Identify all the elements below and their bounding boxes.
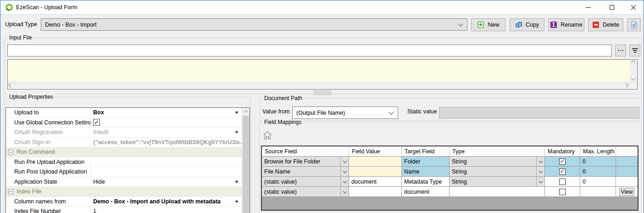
splitter-handle[interactable] <box>313 90 332 95</box>
fm-header-cell: Max. Length <box>580 146 616 157</box>
delete-button[interactable]: Delete <box>588 18 623 31</box>
filter-button[interactable] <box>629 45 640 56</box>
rename-button[interactable]: Rename <box>548 18 584 31</box>
chevron-down-icon[interactable] <box>340 187 349 196</box>
maximize-button[interactable] <box>601 0 622 14</box>
fm-cell-target[interactable]: Name <box>402 167 450 177</box>
fm-cell-mandatory[interactable] <box>545 167 580 177</box>
horizontal-scrollbar[interactable] <box>8 81 629 89</box>
fm-cell-max-length[interactable]: 0 <box>580 167 616 177</box>
fm-cell-field-value[interactable] <box>349 187 402 197</box>
static-value-field <box>439 107 639 118</box>
property-row[interactable]: Index File Number1 <box>6 207 242 213</box>
chevron-down-icon[interactable] <box>340 177 349 186</box>
property-name: Use Global Connection Settings <box>6 118 91 128</box>
fm-cell-max-length[interactable]: 0 <box>580 157 616 167</box>
collapse-icon[interactable] <box>8 189 13 194</box>
fm-header-cell: Source Field <box>262 146 349 157</box>
property-value[interactable] <box>91 118 242 128</box>
fm-cell-max-length[interactable]: 0 <box>580 177 616 187</box>
fm-cell-source[interactable]: (static value) <box>262 177 349 187</box>
property-value[interactable]: 1 <box>91 207 242 213</box>
chevron-down-icon[interactable] <box>340 167 349 176</box>
value-from-select[interactable]: (Output File Name) <box>292 106 398 119</box>
chevron-down-icon[interactable] <box>340 157 349 166</box>
property-row[interactable]: Column names fromDemo - Box - Import and… <box>6 197 242 207</box>
chevron-down-icon <box>458 21 463 26</box>
notes-button[interactable] <box>627 18 641 31</box>
scroll-up-icon[interactable] <box>631 61 636 65</box>
fm-header-row: Source FieldField ValueTarget FieldTypeM… <box>262 146 638 157</box>
fm-cell-type[interactable]: String <box>450 167 545 177</box>
grid-scrollbar[interactable] <box>242 108 250 213</box>
fm-cell-source[interactable]: File Name <box>262 167 349 177</box>
chevron-down-icon[interactable] <box>536 177 544 186</box>
property-value[interactable] <box>91 167 242 177</box>
copy-button[interactable]: Copy <box>510 18 544 31</box>
filter-icon <box>632 48 638 53</box>
checkbox[interactable] <box>559 189 566 195</box>
input-preview-area[interactable] <box>8 60 629 81</box>
property-group-row[interactable]: Run Command <box>6 147 242 157</box>
property-row[interactable]: Run Pre Upload Application <box>6 157 242 168</box>
property-value[interactable]: Demo - Box - Import and Upload with meta… <box>91 197 242 207</box>
dropdown-arrow-icon[interactable] <box>235 201 239 203</box>
view-button[interactable]: View <box>619 188 634 196</box>
checkbox[interactable] <box>559 168 566 175</box>
dropdown-arrow-icon[interactable] <box>235 181 239 183</box>
property-value[interactable]: Inbuilt <box>91 128 242 137</box>
fm-cell-mandatory[interactable] <box>545 177 580 187</box>
property-value[interactable]: Hide <box>91 177 242 187</box>
checkbox[interactable] <box>93 119 100 126</box>
scroll-down-icon[interactable] <box>631 76 636 81</box>
close-button[interactable] <box>623 0 644 14</box>
property-row[interactable]: OAuth Sign-In{"access_token":"vvjT9nVTrp… <box>6 138 242 148</box>
fm-cell-field-value[interactable] <box>349 167 402 177</box>
collapse-icon[interactable] <box>8 150 13 155</box>
property-row[interactable]: Upload toBox <box>6 108 242 118</box>
checkbox[interactable] <box>559 179 566 185</box>
vertical-scrollbar[interactable] <box>629 60 637 81</box>
dropdown-arrow-icon[interactable] <box>235 112 239 114</box>
home-button[interactable] <box>261 130 273 142</box>
upload-type-select[interactable]: Demo - Box - Import <box>41 18 467 31</box>
fm-cell-type[interactable]: String <box>450 157 545 167</box>
dropdown-arrow-icon[interactable] <box>235 131 239 134</box>
ezescan-logo-icon <box>5 3 13 11</box>
fm-cell-target[interactable]: Folder <box>402 157 450 167</box>
delete-icon <box>592 21 600 28</box>
chevron-down-icon[interactable] <box>536 157 544 166</box>
checkbox[interactable] <box>559 158 566 165</box>
property-row[interactable]: Application StateHide <box>6 177 242 187</box>
fm-cell-field-value[interactable]: document <box>349 177 402 187</box>
property-row[interactable]: Use Global Connection Settings <box>6 118 242 128</box>
scroll-left-icon[interactable] <box>9 83 13 88</box>
property-value[interactable]: {"access_token":"vvjT9nVTrpdWtbBS6QKg5YY… <box>91 138 242 147</box>
property-value[interactable]: Box <box>91 108 242 118</box>
scroll-right-icon[interactable] <box>624 83 629 88</box>
fm-cell-field-value[interactable] <box>349 157 402 167</box>
browse-button[interactable] <box>615 45 626 56</box>
fm-cell-target[interactable]: document <box>402 187 450 197</box>
chevron-down-icon[interactable] <box>536 167 544 176</box>
fm-cell-mandatory[interactable] <box>545 187 580 197</box>
fm-cell-target[interactable]: Metadata Type <box>402 177 450 187</box>
fm-cell-mandatory[interactable] <box>545 157 580 167</box>
property-row[interactable]: OAuth RegistrationInbuilt <box>6 128 242 138</box>
input-file-field[interactable] <box>7 45 612 56</box>
fm-cell-source[interactable]: (static value) <box>262 187 349 197</box>
scrollbar-thumb[interactable] <box>243 116 249 213</box>
ezescan-upload-form-window: EzeScan - Upload Form Upload Type Demo -… <box>0 0 644 213</box>
fm-cell-source[interactable]: Browse for File Folder <box>262 157 349 167</box>
minimize-button[interactable] <box>577 0 599 14</box>
property-group-row[interactable]: Index File <box>6 187 242 197</box>
property-name: Run Post Upload Application <box>6 167 91 177</box>
scroll-up-icon[interactable] <box>244 110 248 115</box>
property-value[interactable] <box>91 157 242 167</box>
fm-cell-action <box>616 177 638 187</box>
fm-cell-type[interactable] <box>450 187 545 197</box>
property-row[interactable]: Run Post Upload Application <box>6 167 242 177</box>
new-button[interactable]: New <box>471 18 505 31</box>
fm-cell-type[interactable]: String <box>450 177 545 187</box>
fm-cell-max-length[interactable] <box>580 187 616 197</box>
